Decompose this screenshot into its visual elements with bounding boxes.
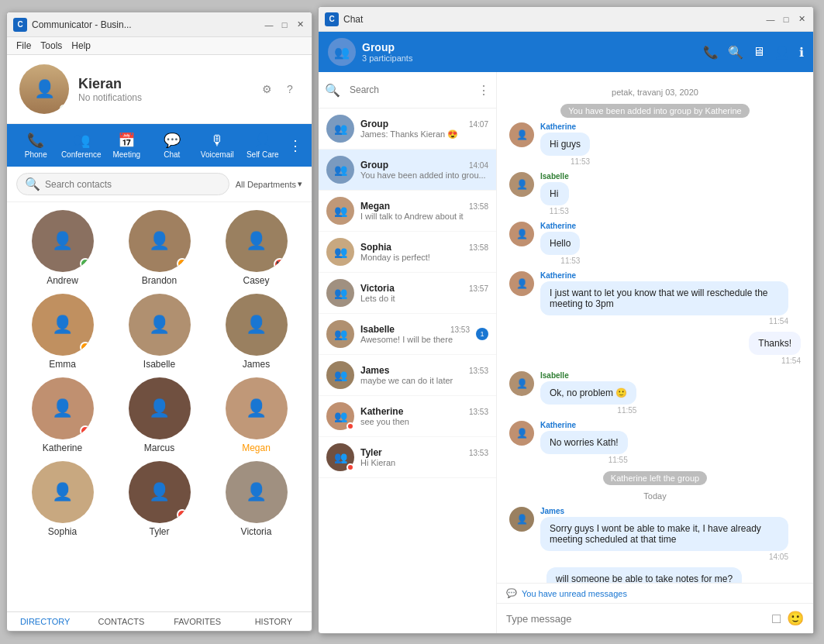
msg-sender-name: Isabelle [540,172,569,181]
conv-item-6[interactable]: 👥 James 13:53 maybe we can do it later [319,355,496,396]
conv-item-0[interactable]: 👥 Group 14:07 James: Thanks Kieran 😍 [319,108,496,150]
conv-item-7[interactable]: 👥 Katherine 13:53 see you then [319,396,496,437]
contact-item-andrew[interactable]: 👤 Andrew [16,210,109,286]
msg-bubble: Ok, no problem 🙂 [540,381,636,405]
toolbar-meeting[interactable]: 📅 Meeting [104,129,150,162]
conv-item-name: Katherine [360,406,403,417]
profile-status: No notifications [78,92,248,103]
contact-avatar: 👤 [32,461,94,523]
contact-item-emma[interactable]: 👤 Emma [16,294,109,370]
screen-share-button[interactable]: 🖥 [753,45,765,60]
chat-body: 🔍 ⋮ 👥 Group 14:07 James: Thanks Kieran 😍… [319,72,813,633]
conv-item-name: Group [360,160,388,170]
search-chat-button[interactable]: 🔍 [728,45,743,60]
conv-item-body: Group 14:07 James: Thanks Kieran 😍 [360,119,488,139]
chat-icon: 💬 [164,132,181,149]
conv-item-3[interactable]: 👥 Sophia 13:58 Monday is perfect! [319,232,496,273]
conv-item-name: Isabelle [360,324,395,335]
conv-item-5[interactable]: 👥 Isabelle 13:53 Awesome! I will be ther… [319,314,496,355]
msg-content: will someone be able to take notes for m… [546,567,742,583]
toolbar-more-button[interactable]: ⋮ [285,134,305,157]
msg-sender-name: Katherine [540,222,580,230]
help-button[interactable]: ? [281,80,299,98]
contact-item-isabelle[interactable]: 👤 Isabelle [113,294,205,370]
contact-item-tyler[interactable]: 👤 Tyler [113,461,205,537]
search-contacts-input[interactable] [45,179,221,190]
contact-item-casey[interactable]: 👤 📞 Casey [210,210,302,286]
msg-time: 11:55 [540,406,636,415]
menu-tools[interactable]: Tools [40,40,62,51]
contact-item-brandon[interactable]: 👤 Brandon [113,210,205,286]
contact-item-sophia[interactable]: 👤 Sophia [16,461,109,537]
menu-help[interactable]: Help [71,40,91,51]
conv-item-8[interactable]: 👥 Tyler 13:53 Hi Kieran [319,437,496,478]
contact-name: Emma [49,359,76,370]
menu-file[interactable]: File [16,40,31,51]
emoji-button[interactable]: 🙂 [787,610,804,627]
contact-avatar-wrap: 👤 [226,294,288,356]
conv-item-body: Megan 13:58 I will talk to Andrew about … [360,201,488,221]
chat-close-button[interactable]: ✕ [796,14,807,25]
msg-avatar: 👤 [509,421,534,446]
maximize-button[interactable]: □ [279,19,290,30]
bottom-tab-history[interactable]: HISTORY [236,617,312,626]
contact-avatar-wrap: 👤 [129,294,191,356]
later-messages-container: 👤 James Sorry guys I wont be able to mak… [509,507,801,583]
toolbar-chat-label: Chat [164,150,180,159]
department-dropdown[interactable]: All Departments ▾ [236,179,302,189]
conv-item-msg: Awesome! I will be there [360,335,470,344]
conv-avatar: 👥 [326,238,354,266]
msg-row-5: 👤 Isabelle Ok, no problem 🙂 11:55 [509,371,801,415]
settings-button[interactable]: ⚙ [257,80,276,98]
contact-item-victoria[interactable]: 👤 Victoria [210,461,302,537]
conv-item-2[interactable]: 👥 Megan 13:58 I will talk to Andrew abou… [319,191,496,232]
toolbar-selfcare[interactable]: 👤 Self Care [240,129,286,162]
bottom-tab-favorites[interactable]: FAVORITES [160,617,236,626]
chat-minimize-button[interactable]: — [765,14,776,25]
conv-item-time: 13:58 [469,243,488,252]
contact-item-megan[interactable]: 👤 Megan [210,377,302,453]
toolbar-chat[interactable]: 💬 Chat [150,129,195,162]
contact-item-katherine[interactable]: 👤 Katherine [16,377,109,453]
contact-name: James [243,359,270,370]
conv-avatar: 👥 [326,443,354,471]
left-window-title: Communicator - Busin... [32,19,264,30]
contact-avatar-wrap: 👤 [32,377,94,439]
toolbar-meeting-label: Meeting [112,150,140,159]
msg-time: 11:55 [540,456,628,464]
contact-name: Andrew [47,275,78,286]
toolbar-phone[interactable]: 📞 Phone [13,129,59,162]
info-button[interactable]: ℹ [799,45,804,60]
chat-maximize-button[interactable]: □ [781,14,791,25]
menubar: File Tools Help [7,37,312,55]
contact-avatar: 👤 [129,294,191,356]
close-button[interactable]: ✕ [295,19,305,30]
conv-item-name: Victoria [360,283,395,294]
conv-item-4[interactable]: 👥 Victoria 13:57 Lets do it [319,273,496,314]
attachment-button[interactable]: □ [772,611,781,627]
contact-avatar: 👤 [129,377,191,439]
message-input[interactable] [506,613,766,625]
minimize-button[interactable]: — [264,19,274,30]
status-badge-dnd [177,509,188,520]
bottom-tab-directory[interactable]: DIRECTORY [7,617,83,626]
add-participant-button[interactable]: 👤 [774,45,790,60]
conversation-search-input[interactable] [343,78,474,102]
contact-avatar-wrap: 👤 [226,377,288,439]
msg-content: Isabelle Hi 11:53 [540,172,569,215]
department-label: All Departments [236,180,296,189]
msg-row-1: 👤 Isabelle Hi 11:53 [509,172,801,215]
contact-item-james[interactable]: 👤 James [210,294,302,370]
more-options-icon[interactable]: ⋮ [478,83,490,98]
toolbar-conference[interactable]: 👥 Conference [59,129,105,162]
bottom-tab-contacts[interactable]: CONTACTS [83,617,159,626]
contact-item-marcus[interactable]: 👤 Marcus [113,377,205,453]
today-separator: Today [509,491,801,501]
contact-name: Isabelle [143,359,175,370]
contact-avatar: 👤 [226,377,288,439]
contact-avatar-wrap: 👤 📞 [226,210,288,272]
call-button[interactable]: 📞 [703,45,719,60]
conv-item-1[interactable]: 👥 Group 14:04 You have been added into g… [319,150,496,191]
toolbar-voicemail[interactable]: 🎙 Voicemail [195,129,240,162]
msg-row-1: will someone be able to take notes for m… [509,567,801,583]
